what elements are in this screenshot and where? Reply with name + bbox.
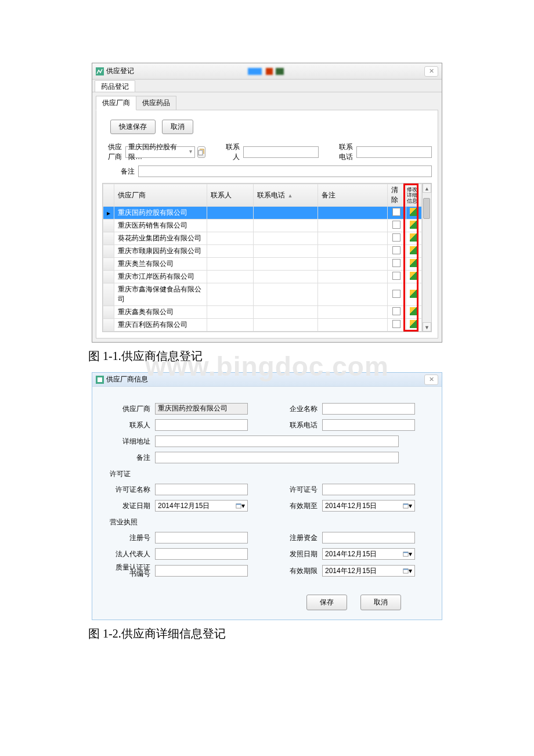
close-button[interactable]: ✕ bbox=[424, 375, 438, 385]
photo-date-value: 2014年12月15日 bbox=[325, 549, 377, 559]
cell-clear[interactable] bbox=[387, 207, 406, 219]
col-vendor[interactable]: 供应厂商 bbox=[114, 184, 207, 207]
cell-edit[interactable] bbox=[406, 207, 421, 219]
cell-clear[interactable] bbox=[387, 271, 406, 283]
contact-input[interactable] bbox=[155, 419, 248, 431]
row-indicator bbox=[103, 232, 114, 245]
cell-contact bbox=[207, 232, 254, 245]
blurred-fragment bbox=[276, 68, 284, 75]
cell-clear[interactable] bbox=[387, 219, 406, 232]
contact-input[interactable] bbox=[243, 146, 319, 158]
table-row[interactable]: 重庆市鑫海保健食品有限公司 bbox=[103, 283, 431, 306]
cell-clear[interactable] bbox=[387, 232, 406, 245]
cancel-button[interactable]: 取消 bbox=[162, 120, 193, 134]
table-row[interactable]: 重庆百利医药有限公司 bbox=[103, 319, 431, 332]
cell-contact bbox=[207, 319, 254, 332]
phone-input[interactable] bbox=[322, 419, 415, 431]
cell-edit[interactable] bbox=[406, 258, 421, 271]
cell-edit[interactable] bbox=[406, 219, 421, 232]
subtab-drugs[interactable]: 供应药品 bbox=[136, 96, 176, 110]
table-row[interactable]: 葵花药业集团药业有限公司 bbox=[103, 232, 431, 245]
cell-clear[interactable] bbox=[387, 319, 406, 332]
vendor-lookup-button[interactable] bbox=[197, 146, 205, 158]
cell-vendor: 重庆市颐康园药业有限公司 bbox=[114, 245, 207, 258]
company-label: 企业名称 bbox=[277, 404, 317, 414]
cell-contact bbox=[207, 219, 254, 232]
col-contact[interactable]: 联系人 bbox=[207, 184, 254, 207]
row-indicator bbox=[103, 219, 114, 232]
app-icon bbox=[96, 67, 104, 75]
row-indicator bbox=[103, 283, 114, 306]
cell-edit[interactable] bbox=[406, 245, 421, 258]
sort-icon: ▲ bbox=[287, 193, 293, 199]
license-name-input[interactable] bbox=[155, 484, 248, 495]
cell-edit[interactable] bbox=[406, 306, 421, 319]
app-icon bbox=[96, 376, 104, 384]
col-phone[interactable]: 联系电话▲ bbox=[254, 184, 317, 207]
quick-save-button[interactable]: 快速保存 bbox=[110, 120, 156, 134]
col-clear[interactable]: 清除 bbox=[387, 184, 406, 207]
license-num-label: 许可证号 bbox=[277, 485, 317, 495]
rowheader-col bbox=[103, 184, 114, 207]
close-button[interactable]: ✕ bbox=[424, 66, 438, 77]
supply-register-dialog: 供应登记 ✕ 药品登记 供应厂商 供应药品 快速保存 取消 供应厂商 重庆国药控… bbox=[92, 63, 442, 343]
table-row[interactable]: 重庆鑫奥有限公司 bbox=[103, 306, 431, 319]
blurred-fragment bbox=[248, 68, 262, 75]
issue-date-value: 2014年12月15日 bbox=[158, 501, 210, 511]
delete-icon bbox=[392, 233, 400, 242]
legal-rep-input[interactable] bbox=[155, 548, 248, 560]
cell-vendor: 重庆市鑫海保健食品有限公司 bbox=[114, 283, 207, 306]
cell-contact bbox=[207, 306, 254, 319]
cell-clear[interactable] bbox=[387, 283, 406, 306]
vertical-scrollbar[interactable]: ▲ ▼ bbox=[422, 183, 431, 332]
license-num-input[interactable] bbox=[322, 484, 415, 495]
qa-cert-input[interactable] bbox=[155, 565, 248, 577]
col-remark[interactable]: 备注 bbox=[317, 184, 387, 207]
col-edit[interactable]: 修改详细信息 bbox=[406, 184, 421, 207]
calendar-icon: ▾ bbox=[403, 567, 412, 575]
phone-label: 联系电话 bbox=[333, 142, 353, 162]
table-row[interactable]: 重庆医药销售有限公司 bbox=[103, 219, 431, 232]
vendor-combo[interactable]: 重庆国药控股有限… bbox=[125, 146, 195, 158]
row-indicator bbox=[103, 271, 114, 283]
photo-date-picker[interactable]: 2014年12月15日 ▾ bbox=[322, 548, 415, 560]
cell-phone bbox=[254, 306, 317, 319]
cell-edit[interactable] bbox=[406, 271, 421, 283]
cell-contact bbox=[207, 271, 254, 283]
cell-edit[interactable] bbox=[406, 319, 421, 332]
cell-vendor: 重庆百利医药有限公司 bbox=[114, 319, 207, 332]
cell-edit[interactable] bbox=[406, 232, 421, 245]
valid-until-picker[interactable]: 2014年12月15日 ▾ bbox=[322, 500, 415, 512]
phone-input[interactable] bbox=[356, 146, 432, 158]
cell-remark bbox=[317, 258, 387, 271]
save-button[interactable]: 保存 bbox=[306, 595, 347, 610]
scroll-up-icon[interactable]: ▲ bbox=[423, 183, 431, 193]
remark-input[interactable] bbox=[155, 452, 399, 463]
cell-clear[interactable] bbox=[387, 245, 406, 258]
table-row[interactable]: 重庆市颐康园药业有限公司 bbox=[103, 245, 431, 258]
vendor-grid[interactable]: 供应厂商 联系人 联系电话▲ 备注 清除 修改详细信息 ▸重庆国药控股有限公司重… bbox=[103, 183, 431, 332]
svg-rect-5 bbox=[236, 504, 241, 505]
subtab-vendor[interactable]: 供应厂商 bbox=[96, 96, 136, 110]
company-input[interactable] bbox=[322, 403, 415, 415]
table-row[interactable]: ▸重庆国药控股有限公司 bbox=[103, 207, 431, 219]
issue-date-picker[interactable]: 2014年12月15日 ▾ bbox=[155, 500, 248, 512]
edit-icon bbox=[410, 259, 418, 267]
expire-date-picker[interactable]: 2014年12月15日 ▾ bbox=[322, 565, 415, 577]
cell-clear[interactable] bbox=[387, 258, 406, 271]
cancel-button[interactable]: 取消 bbox=[360, 595, 401, 610]
regnum-input[interactable] bbox=[155, 532, 248, 543]
scroll-down-icon[interactable]: ▼ bbox=[423, 322, 431, 332]
cell-edit[interactable] bbox=[406, 283, 421, 306]
remark-input[interactable] bbox=[138, 165, 432, 177]
cell-remark bbox=[317, 245, 387, 258]
contact-label: 联系人 bbox=[220, 142, 240, 162]
cell-clear[interactable] bbox=[387, 306, 406, 319]
table-row[interactable]: 重庆市江岸医药有限公司 bbox=[103, 271, 431, 283]
tab-drug-register[interactable]: 药品登记 bbox=[95, 80, 135, 92]
capital-input[interactable] bbox=[322, 532, 415, 543]
cell-phone bbox=[254, 207, 317, 219]
address-input[interactable] bbox=[155, 435, 399, 447]
scroll-thumb[interactable] bbox=[423, 198, 430, 219]
table-row[interactable]: 重庆奥兰有限公司 bbox=[103, 258, 431, 271]
